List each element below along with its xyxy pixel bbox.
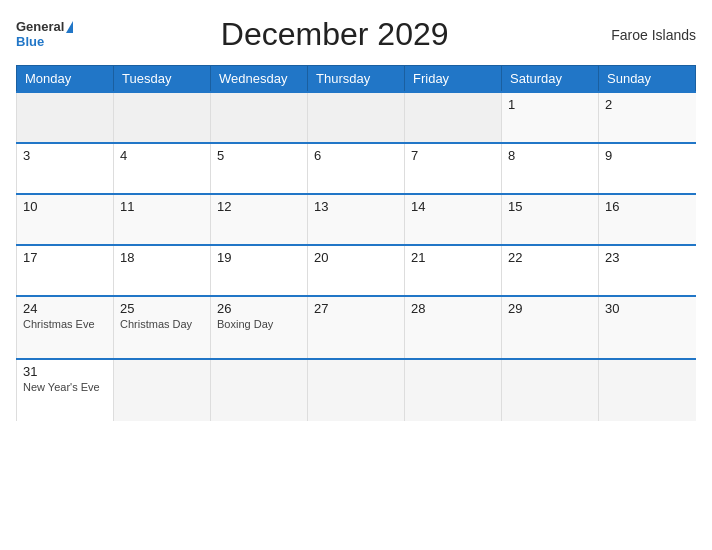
calendar-day-cell: 13 [308,194,405,245]
weekday-header-tuesday: Tuesday [114,66,211,93]
day-number: 16 [605,199,690,214]
weekday-header-monday: Monday [17,66,114,93]
day-number: 29 [508,301,592,316]
calendar-day-cell: 6 [308,143,405,194]
day-number: 19 [217,250,301,265]
day-number: 30 [605,301,690,316]
calendar-week-row: 31New Year's Eve [17,359,696,421]
day-number: 18 [120,250,204,265]
calendar-day-cell: 23 [599,245,696,296]
day-number: 14 [411,199,495,214]
calendar-day-cell: 22 [502,245,599,296]
weekday-header-saturday: Saturday [502,66,599,93]
calendar-day-cell: 11 [114,194,211,245]
calendar-day-cell: 10 [17,194,114,245]
logo: General Blue [16,20,73,49]
day-number: 3 [23,148,107,163]
day-number: 9 [605,148,690,163]
calendar-day-cell [308,92,405,143]
weekday-header-wednesday: Wednesday [211,66,308,93]
day-number: 17 [23,250,107,265]
calendar-week-row: 17181920212223 [17,245,696,296]
calendar-tbody: 123456789101112131415161718192021222324C… [17,92,696,421]
calendar-day-cell: 14 [405,194,502,245]
day-event: New Year's Eve [23,381,107,393]
weekday-header-thursday: Thursday [308,66,405,93]
calendar-day-cell: 24Christmas Eve [17,296,114,359]
calendar-day-cell: 30 [599,296,696,359]
day-number: 24 [23,301,107,316]
calendar-day-cell: 3 [17,143,114,194]
calendar-day-cell: 15 [502,194,599,245]
calendar-table: MondayTuesdayWednesdayThursdayFridaySatu… [16,65,696,421]
day-event: Christmas Day [120,318,204,330]
day-number: 26 [217,301,301,316]
calendar-day-cell: 12 [211,194,308,245]
weekday-header-row: MondayTuesdayWednesdayThursdayFridaySatu… [17,66,696,93]
day-number: 10 [23,199,107,214]
calendar-week-row: 3456789 [17,143,696,194]
calendar: General Blue December 2029 Faroe Islands… [0,0,712,550]
day-number: 11 [120,199,204,214]
day-number: 22 [508,250,592,265]
day-number: 1 [508,97,592,112]
calendar-thead: MondayTuesdayWednesdayThursdayFridaySatu… [17,66,696,93]
calendar-day-cell: 18 [114,245,211,296]
logo-triangle-icon [66,21,73,33]
calendar-day-cell [502,359,599,421]
calendar-day-cell [599,359,696,421]
weekday-header-sunday: Sunday [599,66,696,93]
day-number: 6 [314,148,398,163]
day-number: 7 [411,148,495,163]
calendar-day-cell: 5 [211,143,308,194]
day-number: 8 [508,148,592,163]
calendar-region: Faroe Islands [596,27,696,43]
calendar-day-cell [308,359,405,421]
calendar-day-cell: 28 [405,296,502,359]
calendar-day-cell: 29 [502,296,599,359]
calendar-day-cell [211,359,308,421]
logo-blue-text: Blue [16,35,44,49]
day-number: 31 [23,364,107,379]
calendar-day-cell [405,92,502,143]
day-number: 12 [217,199,301,214]
calendar-day-cell: 19 [211,245,308,296]
day-number: 23 [605,250,690,265]
day-number: 28 [411,301,495,316]
calendar-day-cell [405,359,502,421]
day-number: 21 [411,250,495,265]
calendar-day-cell: 20 [308,245,405,296]
calendar-day-cell: 27 [308,296,405,359]
day-number: 15 [508,199,592,214]
day-event: Boxing Day [217,318,301,330]
day-number: 25 [120,301,204,316]
day-number: 20 [314,250,398,265]
weekday-header-friday: Friday [405,66,502,93]
calendar-day-cell: 26Boxing Day [211,296,308,359]
calendar-week-row: 10111213141516 [17,194,696,245]
calendar-day-cell: 4 [114,143,211,194]
calendar-day-cell: 8 [502,143,599,194]
calendar-day-cell [17,92,114,143]
calendar-title: December 2029 [73,16,596,53]
calendar-day-cell: 1 [502,92,599,143]
logo-general-text: General [16,20,64,34]
day-number: 2 [605,97,690,112]
calendar-week-row: 24Christmas Eve25Christmas Day26Boxing D… [17,296,696,359]
day-number: 5 [217,148,301,163]
calendar-day-cell: 25Christmas Day [114,296,211,359]
day-event: Christmas Eve [23,318,107,330]
day-number: 4 [120,148,204,163]
day-number: 27 [314,301,398,316]
calendar-day-cell: 9 [599,143,696,194]
calendar-day-cell: 17 [17,245,114,296]
calendar-day-cell [114,359,211,421]
calendar-header: General Blue December 2029 Faroe Islands [16,16,696,53]
calendar-day-cell: 2 [599,92,696,143]
calendar-day-cell: 7 [405,143,502,194]
calendar-day-cell [114,92,211,143]
day-number: 13 [314,199,398,214]
calendar-week-row: 12 [17,92,696,143]
calendar-day-cell: 31New Year's Eve [17,359,114,421]
calendar-day-cell: 21 [405,245,502,296]
